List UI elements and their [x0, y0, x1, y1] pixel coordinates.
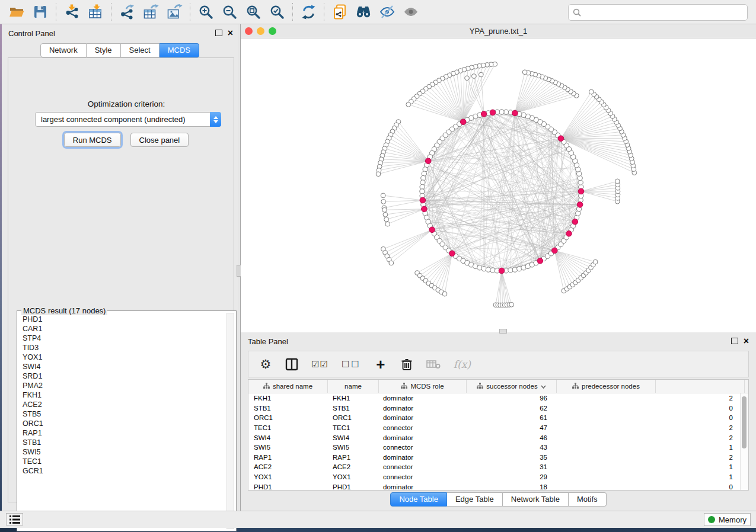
- leaf-node[interactable]: [479, 72, 483, 77]
- table-row[interactable]: ORC1ORC1dominator610: [248, 413, 748, 423]
- cell[interactable]: connector: [378, 424, 465, 431]
- table-row[interactable]: FKH1FKH1dominator962: [248, 393, 748, 403]
- cell[interactable]: 46: [465, 434, 554, 441]
- zoom-out-icon[interactable]: [218, 2, 241, 22]
- cell[interactable]: 1: [554, 463, 741, 470]
- cell[interactable]: dominator: [378, 414, 465, 421]
- cell[interactable]: ORC1: [248, 414, 327, 421]
- table-row[interactable]: SWI5SWI5connector431: [248, 443, 748, 453]
- column-header-shared-name[interactable]: shared name: [248, 380, 328, 393]
- leaf-node[interactable]: [382, 207, 387, 212]
- leaf-node[interactable]: [522, 70, 527, 75]
- close-panel-icon[interactable]: ×: [744, 338, 749, 344]
- table-scrollbar[interactable]: [740, 393, 748, 490]
- mcds-node[interactable]: [512, 110, 518, 116]
- cell[interactable]: 43: [465, 444, 554, 451]
- mcds-node[interactable]: [572, 219, 578, 225]
- table-row[interactable]: PHD1PHD1dominator180: [248, 482, 748, 491]
- cell[interactable]: 31: [465, 463, 554, 470]
- cell[interactable]: SWI5: [248, 444, 327, 451]
- cell[interactable]: STB1: [248, 405, 327, 412]
- cell[interactable]: 29: [465, 473, 554, 480]
- import-network-icon[interactable]: [60, 2, 84, 22]
- clone-network-icon[interactable]: [328, 2, 352, 22]
- cell[interactable]: SWI5: [327, 444, 378, 451]
- mcds-result-item[interactable]: RAP1: [20, 428, 225, 438]
- cell[interactable]: 47: [465, 424, 554, 431]
- mcds-node[interactable]: [481, 111, 487, 117]
- search-binoculars-icon[interactable]: [352, 2, 375, 22]
- mcds-node[interactable]: [566, 230, 572, 236]
- float-panel-icon[interactable]: [731, 338, 738, 344]
- leaf-node[interactable]: [383, 212, 388, 217]
- cell[interactable]: dominator: [378, 483, 465, 491]
- leaf-node[interactable]: [471, 74, 476, 79]
- task-history-button[interactable]: [6, 513, 23, 525]
- float-panel-icon[interactable]: [215, 30, 222, 36]
- zoom-fit-icon[interactable]: [241, 2, 265, 22]
- cell[interactable]: STB1: [327, 405, 378, 412]
- leaf-node[interactable]: [593, 259, 598, 264]
- cell[interactable]: 0: [554, 483, 741, 491]
- leaf-node[interactable]: [615, 179, 620, 184]
- table-row[interactable]: RAP1RAP1dominator352: [248, 453, 748, 463]
- search-input[interactable]: [568, 4, 748, 21]
- export-table-icon[interactable]: [139, 2, 162, 22]
- mcds-result-item[interactable]: ORC1: [20, 419, 225, 428]
- mcds-result-item[interactable]: SRD1: [20, 371, 225, 381]
- table-row[interactable]: YOX1YOX1connector291: [248, 472, 748, 482]
- table-row[interactable]: ACE2ACE2connector311: [248, 462, 748, 472]
- mcds-result-item[interactable]: FKH1: [20, 390, 225, 400]
- table-settings-gear-icon[interactable]: ⚙: [259, 356, 272, 373]
- cell[interactable]: 62: [465, 405, 554, 412]
- mcds-node[interactable]: [499, 268, 505, 274]
- column-header-successor-nodes[interactable]: successor nodes: [467, 380, 557, 393]
- run-mcds-button[interactable]: Run MCDS: [64, 133, 121, 147]
- table-scrollbar-thumb[interactable]: [742, 396, 747, 448]
- optimization-criterion-select[interactable]: largest connected component (undirected): [35, 112, 221, 127]
- cell[interactable]: 1: [554, 473, 741, 480]
- close-panel-icon[interactable]: ×: [228, 30, 233, 36]
- cell[interactable]: RAP1: [248, 454, 327, 461]
- mcds-node[interactable]: [449, 251, 455, 257]
- column-header-MCDS-role[interactable]: MCDS role: [379, 380, 467, 393]
- column-header-name[interactable]: name: [328, 380, 379, 393]
- leaf-node[interactable]: [384, 217, 389, 222]
- cell[interactable]: FKH1: [248, 395, 327, 402]
- mcds-result-item[interactable]: STB1: [20, 438, 225, 447]
- save-session-icon[interactable]: [28, 2, 52, 22]
- zoom-in-icon[interactable]: [194, 2, 218, 22]
- mcds-node[interactable]: [490, 110, 496, 116]
- mcds-result-item[interactable]: SWI5: [20, 447, 225, 457]
- column-header-predecessor-nodes[interactable]: predecessor nodes: [557, 380, 656, 393]
- close-panel-button[interactable]: Close panel: [130, 133, 189, 147]
- table-row[interactable]: SWI4SWI4dominator462: [248, 432, 748, 443]
- mcds-node[interactable]: [425, 158, 431, 164]
- leaf-node[interactable]: [442, 291, 447, 296]
- network-graph[interactable]: [241, 39, 756, 332]
- mcds-result-item[interactable]: CAR1: [20, 324, 225, 334]
- mcds-result-item[interactable]: GCR1: [20, 466, 225, 476]
- tab-style[interactable]: Style: [87, 43, 121, 57]
- leaf-node[interactable]: [376, 172, 381, 177]
- tab-mcds[interactable]: MCDS: [160, 43, 199, 57]
- leaf-node[interactable]: [509, 302, 514, 307]
- cell[interactable]: SWI4: [248, 434, 327, 441]
- leaf-node[interactable]: [406, 102, 411, 107]
- import-table-icon[interactable]: [84, 2, 107, 22]
- mcds-node[interactable]: [420, 197, 426, 203]
- cell[interactable]: SWI4: [327, 434, 378, 441]
- cell[interactable]: RAP1: [327, 454, 378, 461]
- delete-row-icon[interactable]: [400, 356, 413, 373]
- tab-motifs[interactable]: Motifs: [569, 492, 607, 507]
- cell[interactable]: connector: [378, 473, 465, 480]
- leaf-node[interactable]: [385, 222, 390, 226]
- cell[interactable]: FKH1: [327, 395, 378, 402]
- table-row[interactable]: TEC1TEC1connector472: [248, 423, 748, 433]
- tab-node-table[interactable]: Node Table: [390, 492, 447, 507]
- cell[interactable]: PHD1: [327, 483, 378, 491]
- mcds-result-item[interactable]: ACE2: [20, 400, 225, 409]
- cell[interactable]: 0: [554, 405, 741, 412]
- cell[interactable]: ORC1: [327, 414, 378, 421]
- cell[interactable]: 61: [465, 414, 554, 421]
